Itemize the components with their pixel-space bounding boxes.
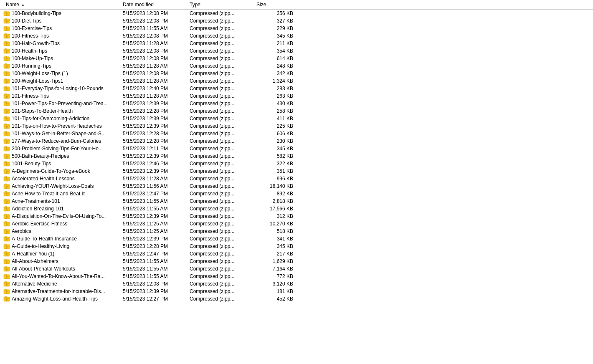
zip-icon	[3, 273, 10, 280]
file-date: 5/15/2023 12:28 PM	[120, 130, 187, 137]
file-type: Compressed (zipp...	[187, 108, 254, 114]
file-name-text: Amazing-Weight-Loss-and-Health-Tips	[12, 296, 98, 302]
table-row[interactable]: 100-Running-Tips 5/15/2023 11:28 AM Comp…	[0, 62, 593, 70]
table-row[interactable]: Acne-How-to-Treat-It-and-Beat-It 5/15/20…	[0, 190, 593, 197]
table-row[interactable]: Aerobic-Exercise-Fitness 5/15/2023 11:25…	[0, 220, 593, 228]
file-date: 5/15/2023 12:39 PM	[120, 235, 187, 242]
file-date: 5/15/2023 11:28 AM	[120, 93, 187, 99]
header-size[interactable]: Size	[254, 0, 296, 9]
zip-icon	[3, 63, 10, 69]
file-date: 5/15/2023 11:55 AM	[120, 25, 187, 32]
table-row[interactable]: Alternative-Treatments-for-Incurable-Dis…	[0, 288, 593, 295]
header-name[interactable]: Name ▲	[3, 0, 120, 9]
table-row[interactable]: Amazing-Weight-Loss-and-Health-Tips 5/15…	[0, 295, 593, 303]
table-row[interactable]: 101-Tips-for-Overcoming-Addiction 5/15/2…	[0, 115, 593, 122]
table-row[interactable]: 100-Make-Up-Tips 5/15/2023 12:08 PM Comp…	[0, 55, 593, 62]
table-row[interactable]: 101-Steps-To-Better-Health 5/15/2023 12:…	[0, 107, 593, 115]
file-name-cell: Alternative-Treatments-for-Incurable-Dis…	[3, 288, 120, 295]
file-type: Compressed (zipp...	[187, 93, 254, 99]
table-row[interactable]: All-About-Prenatal-Workouts 5/15/2023 11…	[0, 265, 593, 273]
table-row[interactable]: 100-Fitness-Tips 5/15/2023 12:08 PM Comp…	[0, 32, 593, 40]
svg-rect-226	[6, 291, 8, 292]
svg-rect-232	[6, 299, 8, 300]
table-row[interactable]: 100-Diet-Tips 5/15/2023 12:08 PM Compres…	[0, 17, 593, 25]
table-row[interactable]: Achieving-YOUR-Weight-Loss-Goals 5/15/20…	[0, 182, 593, 190]
file-name-text: A-Guide-To-Health-Insurance	[12, 236, 77, 242]
file-name-cell: 100-Running-Tips	[3, 63, 120, 69]
file-name-cell: 500-Bath-Beauty-Recipes	[3, 153, 120, 159]
table-row[interactable]: 200-Problem-Solving-Tips-For-Your-Ho... …	[0, 145, 593, 152]
svg-rect-14	[5, 26, 7, 27]
file-date: 5/15/2023 12:27 PM	[120, 296, 187, 302]
table-row[interactable]: 101-Fitness-Tips 5/15/2023 11:28 AM Comp…	[0, 92, 593, 100]
file-type: Compressed (zipp...	[187, 25, 254, 32]
file-date: 5/15/2023 11:55 AM	[120, 205, 187, 212]
zip-icon	[3, 205, 10, 212]
table-row[interactable]: A-Guide-To-Health-Insurance 5/15/2023 12…	[0, 235, 593, 243]
table-row[interactable]: Accelerated-Health-Lessons 5/15/2023 11:…	[0, 175, 593, 182]
zip-icon	[3, 33, 10, 39]
zip-icon	[3, 138, 10, 144]
svg-rect-56	[5, 78, 7, 80]
file-name-text: Achieving-YOUR-Weight-Loss-Goals	[12, 183, 94, 189]
zip-icon	[3, 235, 10, 242]
table-row[interactable]: 100-Bodybuilding-Tips 5/15/2023 12:08 PM…	[0, 10, 593, 17]
table-row[interactable]: A-Healthier-You (1) 5/15/2023 12:47 PM C…	[0, 250, 593, 258]
file-date: 5/15/2023 12:39 PM	[120, 288, 187, 295]
header-type[interactable]: Type	[187, 0, 254, 9]
table-row[interactable]: A-Guide-to-Healthy-Living 5/15/2023 12:2…	[0, 243, 593, 250]
table-row[interactable]: 101-Ways-to-Get-in-Better-Shape-and-S...…	[0, 130, 593, 137]
file-size: 225 KB	[254, 123, 296, 129]
svg-rect-220	[6, 284, 8, 285]
table-row[interactable]: 100-Weight-Loss-Tips (1) 5/15/2023 12:08…	[0, 70, 593, 77]
file-size: 892 KB	[254, 190, 296, 197]
svg-rect-188	[5, 244, 7, 245]
zip-icon	[3, 228, 10, 235]
table-row[interactable]: 100-Exercise-Tips 5/15/2023 11:55 AM Com…	[0, 25, 593, 32]
file-name-text: 100-Weight-Loss-Tips1	[12, 78, 63, 84]
file-name-text: Aerobics	[12, 228, 31, 234]
table-row[interactable]: 177-Ways-to-Reduce-and-Burn-Calories 5/1…	[0, 137, 593, 145]
table-row[interactable]: 101-Power-Tips-For-Preventing-and-Trea..…	[0, 100, 593, 107]
svg-rect-2	[5, 11, 7, 12]
table-row[interactable]: Alternative-Medicine 5/15/2023 12:08 PM …	[0, 280, 593, 288]
table-row[interactable]: 101-Tips-on-How-to-Prevent-Headaches 5/1…	[0, 122, 593, 130]
file-name-text: 200-Problem-Solving-Tips-For-Your-Ho...	[12, 146, 103, 152]
file-name-cell: A-Guide-to-Healthy-Living	[3, 243, 120, 250]
file-name-cell: 101-Tips-on-How-to-Prevent-Headaches	[3, 123, 120, 129]
svg-rect-34	[6, 51, 8, 52]
table-row[interactable]: 101-Everyday-Tips-for-Losing-10-Pounds 5…	[0, 85, 593, 92]
file-size: 258 KB	[254, 108, 296, 114]
svg-rect-190	[6, 246, 8, 247]
table-row[interactable]: Addiction-Breaking-101 5/15/2023 11:55 A…	[0, 205, 593, 212]
file-name-cell: 100-Bodybuilding-Tips	[3, 10, 120, 17]
file-name-cell: Addiction-Breaking-101	[3, 205, 120, 212]
svg-rect-28	[6, 43, 8, 44]
table-row[interactable]: All-About-Alzheimers 5/15/2023 11:55 AM …	[0, 258, 593, 265]
file-date: 5/15/2023 12:39 PM	[120, 115, 187, 122]
header-date-label: Date modified	[123, 2, 154, 8]
file-date: 5/15/2023 12:08 PM	[120, 281, 187, 287]
zip-icon	[3, 145, 10, 152]
table-row[interactable]: 1001-Beauty-Tips 5/15/2023 12:46 PM Comp…	[0, 160, 593, 167]
zip-icon	[3, 250, 10, 257]
table-row[interactable]: 100-Hair-Growth-Tips 5/15/2023 11:28 AM …	[0, 40, 593, 47]
header-type-label: Type	[190, 2, 200, 8]
file-size: 181 KB	[254, 288, 296, 295]
file-size: 230 KB	[254, 138, 296, 144]
table-row[interactable]: 500-Bath-Beauty-Recipes 5/15/2023 12:39 …	[0, 152, 593, 160]
file-name-text: A-Healthier-You (1)	[12, 251, 54, 257]
header-date[interactable]: Date modified	[120, 0, 187, 9]
svg-rect-194	[5, 251, 7, 253]
file-type: Compressed (zipp...	[187, 296, 254, 302]
svg-rect-82	[6, 111, 8, 112]
table-row[interactable]: A-Disquisition-On-The-Evils-Of-Using-To.…	[0, 212, 593, 220]
file-list[interactable]: 100-Bodybuilding-Tips 5/15/2023 12:08 PM…	[0, 10, 593, 364]
table-row[interactable]: Acne-Treatments-101 5/15/2023 11:55 AM C…	[0, 197, 593, 205]
table-row[interactable]: All-You-Wanted-To-Know-About-The-Ra... 5…	[0, 273, 593, 280]
table-row[interactable]: 100-Weight-Loss-Tips1 5/15/2023 11:28 AM…	[0, 77, 593, 85]
table-row[interactable]: 100-Health-Tips 5/15/2023 12:08 PM Compr…	[0, 47, 593, 55]
table-row[interactable]: Aerobics 5/15/2023 11:25 AM Compressed (…	[0, 228, 593, 235]
table-row[interactable]: A-Beginners-Guide-To-Yoga-eBook 5/15/202…	[0, 167, 593, 175]
file-size: 217 KB	[254, 250, 296, 257]
